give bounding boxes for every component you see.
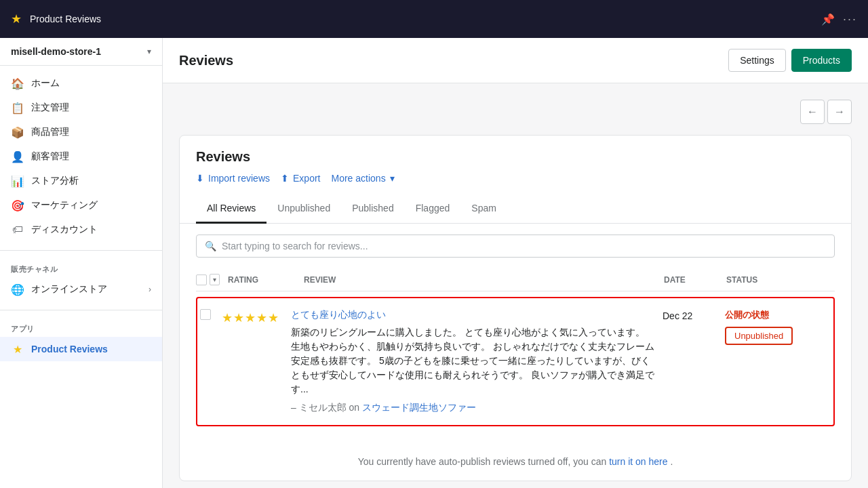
- review-status: 公開の状態 Unpublished: [725, 309, 833, 345]
- reviews-card: Reviews ⬇ Import reviews ⬆ Export More a…: [179, 135, 852, 481]
- layout: misell-demo-store-1 ▾ 🏠 ホーム 📋 注文管理 📦 商品管…: [0, 38, 868, 488]
- import-reviews-label: Import reviews: [208, 173, 270, 184]
- forward-arrow-button[interactable]: →: [827, 100, 852, 124]
- sidebar-item-home-label: ホーム: [31, 77, 151, 89]
- product-link[interactable]: スウェード調生地ソファー: [362, 402, 476, 413]
- sales-channels-label: 販売チャネル: [0, 259, 162, 277]
- tab-published[interactable]: Published: [341, 195, 405, 224]
- star-1: ★: [222, 310, 233, 325]
- nav-divider-1: [0, 250, 162, 251]
- checkbox-area: ▾: [196, 274, 220, 285]
- export-icon: ⬆: [281, 173, 289, 184]
- apps-nav: アプリ ★ Product Reviews: [0, 313, 162, 367]
- sidebar-item-marketing-label: マーケティング: [31, 199, 151, 211]
- nav-divider-2: [0, 310, 162, 310]
- tab-flagged[interactable]: Flagged: [405, 195, 461, 224]
- sidebar-item-product-reviews-label: Product Reviews: [31, 344, 151, 354]
- sidebar-item-discounts[interactable]: 🏷 ディスカウント: [0, 218, 162, 242]
- tabs: All Reviews Unpublished Published Flagge…: [180, 195, 851, 224]
- sidebar-item-analytics-label: ストア分析: [31, 175, 151, 187]
- review-body: 新築のリビングルームに購入しました。 とても座り心地がよく気に入っています。 生…: [291, 325, 654, 396]
- sales-channels-nav: 販売チャネル 🌐 オンラインストア ›: [0, 253, 162, 307]
- more-actions-label: More actions: [332, 173, 386, 184]
- tab-unpublished[interactable]: Unpublished: [267, 195, 341, 224]
- col-status-header: Status: [726, 275, 835, 285]
- sidebar-item-products-label: 商品管理: [31, 126, 151, 138]
- home-icon: 🏠: [11, 77, 24, 90]
- row-checkbox-area: [197, 309, 214, 320]
- col-date-header: Date: [664, 275, 718, 285]
- tab-all-reviews[interactable]: All Reviews: [196, 195, 267, 224]
- footer-message: You currently have auto-publish reviews …: [180, 443, 851, 481]
- row-checkbox[interactable]: [200, 309, 211, 320]
- main-nav: 🏠 ホーム 📋 注文管理 📦 商品管理 👤 顧客管理 📊 ストア分析 🎯: [0, 66, 162, 247]
- pin-icon[interactable]: 📌: [821, 13, 835, 26]
- review-content: とても座り心地のよい 新築のリビングルームに購入しました。 とても座り心地がよく…: [291, 309, 654, 414]
- more-actions-button[interactable]: More actions ▾: [332, 173, 395, 184]
- sidebar-item-orders[interactable]: 📋 注文管理: [0, 96, 162, 120]
- more-actions-chevron-icon: ▾: [390, 173, 395, 184]
- action-bar: ⬇ Import reviews ⬆ Export More actions ▾: [180, 173, 851, 195]
- page-header: Reviews Settings Products: [163, 38, 868, 83]
- review-author: – ミセル太郎 on スウェード調生地ソファー: [291, 402, 654, 414]
- store-chevron-icon: ▾: [147, 47, 151, 56]
- reviews-card-title: Reviews: [180, 136, 851, 173]
- back-arrow-button[interactable]: ←: [800, 100, 825, 124]
- footer-suffix: .: [670, 456, 673, 467]
- search-box: 🔍: [196, 235, 835, 258]
- import-reviews-button[interactable]: ⬇ Import reviews: [196, 173, 270, 184]
- turn-on-link[interactable]: turn it on here: [609, 456, 667, 467]
- status-badge[interactable]: Unpublished: [725, 327, 793, 345]
- footer-text: You currently have auto-publish reviews …: [358, 456, 609, 467]
- search-icon: 🔍: [205, 241, 216, 251]
- review-date: Dec 22: [663, 309, 717, 321]
- content-area: ← → Reviews ⬇ Import reviews ⬆ Export: [163, 83, 868, 488]
- nav-arrows: ← →: [179, 100, 852, 124]
- marketing-icon: 🎯: [11, 199, 24, 212]
- search-input[interactable]: [222, 241, 826, 251]
- review-title[interactable]: とても座り心地のよい: [291, 309, 654, 321]
- checkbox-dropdown-trigger[interactable]: ▾: [210, 274, 220, 285]
- online-store-chevron-icon: ›: [149, 285, 151, 294]
- sidebar-item-online-store[interactable]: 🌐 オンラインストア ›: [0, 277, 162, 302]
- export-button[interactable]: ⬆ Export: [281, 173, 320, 184]
- sidebar-item-orders-label: 注文管理: [31, 102, 151, 114]
- main-content: Reviews Settings Products ← → Reviews ⬇ …: [163, 38, 868, 488]
- col-rating-header: Rating: [228, 275, 296, 285]
- apps-label: アプリ: [0, 319, 162, 337]
- app-title: Product Reviews: [30, 14, 101, 24]
- tab-spam[interactable]: Spam: [460, 195, 507, 224]
- customers-icon: 👤: [11, 150, 24, 163]
- table-header: ▾ Rating Review Date Status: [196, 268, 835, 291]
- status-label: 公開の状態: [725, 309, 769, 321]
- products-icon: 📦: [11, 125, 24, 139]
- sidebar-item-online-store-label: オンラインストア: [31, 283, 142, 296]
- page-title: Reviews: [179, 53, 233, 68]
- table-container: ▾ Rating Review Date Status: [180, 268, 851, 443]
- analytics-icon: 📊: [11, 174, 24, 188]
- sidebar: misell-demo-store-1 ▾ 🏠 ホーム 📋 注文管理 📦 商品管…: [0, 38, 163, 488]
- store-selector[interactable]: misell-demo-store-1 ▾: [0, 38, 162, 66]
- sidebar-item-home[interactable]: 🏠 ホーム: [0, 71, 162, 96]
- import-icon: ⬇: [196, 173, 204, 184]
- products-button[interactable]: Products: [791, 49, 852, 72]
- sidebar-item-discounts-label: ディスカウント: [31, 224, 151, 236]
- settings-button[interactable]: Settings: [728, 49, 786, 72]
- sidebar-item-products[interactable]: 📦 商品管理: [0, 120, 162, 144]
- more-icon[interactable]: ···: [843, 12, 857, 26]
- sidebar-item-product-reviews[interactable]: ★ Product Reviews: [0, 337, 162, 361]
- sidebar-item-analytics[interactable]: 📊 ストア分析: [0, 169, 162, 193]
- orders-icon: 📋: [11, 101, 24, 115]
- select-all-checkbox[interactable]: [196, 274, 207, 285]
- col-review-header: Review: [304, 275, 656, 285]
- sidebar-item-marketing[interactable]: 🎯 マーケティング: [0, 193, 162, 218]
- search-container: 🔍: [180, 224, 851, 268]
- star-5: ★: [268, 310, 279, 325]
- star-rating: ★ ★ ★ ★ ★: [222, 310, 283, 325]
- export-label: Export: [293, 173, 320, 184]
- product-reviews-icon: ★: [11, 342, 24, 356]
- sidebar-item-customers[interactable]: 👤 顧客管理: [0, 144, 162, 169]
- review-author-prefix: – ミセル太郎 on: [291, 402, 362, 413]
- discounts-icon: 🏷: [11, 223, 24, 237]
- sidebar-item-customers-label: 顧客管理: [31, 150, 151, 163]
